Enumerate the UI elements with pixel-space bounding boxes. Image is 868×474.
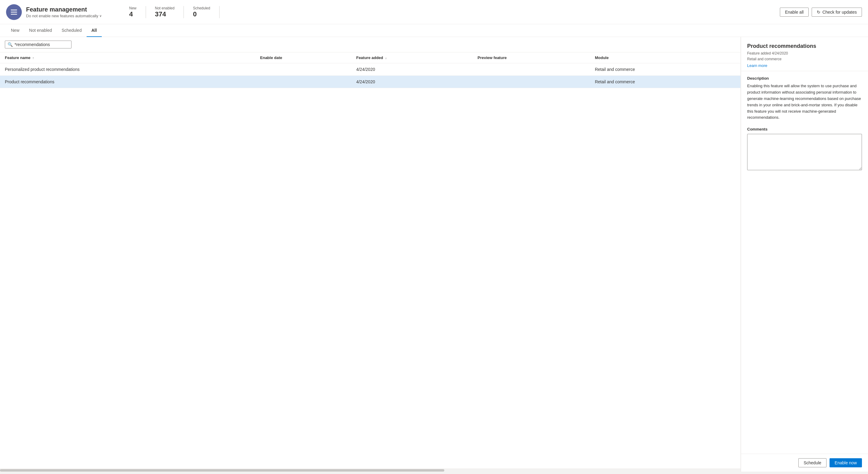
left-panel: 🔍 Feature name ↑ Enable date Feature add… xyxy=(0,37,741,472)
search-input-wrapper: 🔍 xyxy=(5,40,71,49)
detail-meta-line1: Feature added 4/24/2020 xyxy=(747,51,862,56)
tab-scheduled[interactable]: Scheduled xyxy=(57,24,87,37)
tab-all[interactable]: All xyxy=(87,24,102,37)
feature-table: Feature name ↑ Enable date Feature added… xyxy=(0,53,741,469)
cell-preview-feature xyxy=(473,63,590,76)
stat-scheduled-value: 0 xyxy=(193,10,196,18)
cell-feature-added: 4/24/2020 xyxy=(351,63,473,76)
cell-preview-feature xyxy=(473,76,590,88)
table-row[interactable]: Personalized product recommendations 4/2… xyxy=(0,63,741,76)
tab-new[interactable]: New xyxy=(6,24,24,37)
stat-not-enabled: Not enabled 374 xyxy=(146,6,184,18)
cell-feature-added: 4/24/2020 xyxy=(351,76,473,88)
stat-scheduled-label: Scheduled xyxy=(193,6,210,10)
detail-header: Product recommendations Feature added 4/… xyxy=(741,37,868,71)
stat-new-value: 4 xyxy=(129,10,133,18)
title-block: Feature management Do not enable new fea… xyxy=(26,6,102,18)
sort-asc-icon: ↑ xyxy=(32,56,34,60)
svg-rect-1 xyxy=(11,11,17,12)
header-actions: Enable all ↻ Check for updates xyxy=(780,7,862,17)
tabs-bar: New Not enabled Scheduled All xyxy=(0,24,868,37)
detail-body: Description Enabling this feature will a… xyxy=(741,71,868,454)
page-title: Feature management xyxy=(26,6,102,13)
enable-all-button[interactable]: Enable all xyxy=(780,7,809,17)
app-icon xyxy=(6,4,22,20)
search-icon: 🔍 xyxy=(7,42,13,47)
check-updates-button[interactable]: ↻ Check for updates xyxy=(812,7,862,17)
svg-rect-0 xyxy=(11,9,17,10)
page-header: Feature management Do not enable new fea… xyxy=(0,0,868,24)
search-input[interactable] xyxy=(14,42,69,47)
comments-textarea[interactable] xyxy=(747,134,862,170)
stat-new-label: New xyxy=(129,6,136,10)
table-row[interactable]: Product recommendations 4/24/2020 Retail… xyxy=(0,76,741,88)
col-module: Module xyxy=(590,53,741,63)
learn-more-link[interactable]: Learn more xyxy=(747,63,767,68)
right-panel: Product recommendations Feature added 4/… xyxy=(741,37,868,472)
stat-not-enabled-value: 374 xyxy=(155,10,166,18)
sort-desc-icon: ↓ xyxy=(385,56,387,60)
col-feature-name: Feature name ↑ xyxy=(0,53,255,63)
comments-label: Comments xyxy=(747,127,862,131)
col-preview-feature: Preview feature xyxy=(473,53,590,63)
table-body: Personalized product recommendations 4/2… xyxy=(0,63,741,88)
detail-footer: Schedule Enable now xyxy=(741,454,868,472)
cell-feature-name: Personalized product recommendations xyxy=(0,63,255,76)
schedule-button[interactable]: Schedule xyxy=(798,458,826,467)
cell-module: Retail and commerce xyxy=(590,76,741,88)
stat-new: New 4 xyxy=(120,6,146,18)
list-icon xyxy=(10,8,18,17)
scroll-thumb xyxy=(0,469,444,472)
detail-description: Enabling this feature will allow the sys… xyxy=(747,83,862,121)
stats-block: New 4 Not enabled 374 Scheduled 0 xyxy=(120,6,219,18)
horizontal-scrollbar[interactable] xyxy=(0,469,741,472)
chevron-down-icon: ∨ xyxy=(99,14,102,18)
cell-feature-name: Product recommendations xyxy=(0,76,255,88)
table-header: Feature name ↑ Enable date Feature added… xyxy=(0,53,741,63)
col-feature-added: Feature added ↓ xyxy=(351,53,473,63)
check-updates-label: Check for updates xyxy=(822,10,857,14)
cell-enable-date xyxy=(255,63,351,76)
tab-not-enabled[interactable]: Not enabled xyxy=(24,24,57,37)
col-enable-date: Enable date xyxy=(255,53,351,63)
svg-rect-2 xyxy=(11,13,17,14)
main-content: 🔍 Feature name ↑ Enable date Feature add… xyxy=(0,37,868,472)
detail-meta-line2: Retail and commerce xyxy=(747,56,862,62)
description-label: Description xyxy=(747,76,862,81)
cell-enable-date xyxy=(255,76,351,88)
stat-not-enabled-label: Not enabled xyxy=(155,6,175,10)
refresh-icon: ↻ xyxy=(817,10,820,14)
search-bar: 🔍 xyxy=(0,37,741,53)
stat-scheduled: Scheduled 0 xyxy=(184,6,220,18)
cell-module: Retail and commerce xyxy=(590,63,741,76)
subtitle-dropdown[interactable]: Do not enable new features automatically… xyxy=(26,13,102,18)
detail-title: Product recommendations xyxy=(747,43,862,50)
subtitle-text: Do not enable new features automatically xyxy=(26,13,98,18)
features-table: Feature name ↑ Enable date Feature added… xyxy=(0,53,741,88)
enable-now-button[interactable]: Enable now xyxy=(830,458,862,467)
